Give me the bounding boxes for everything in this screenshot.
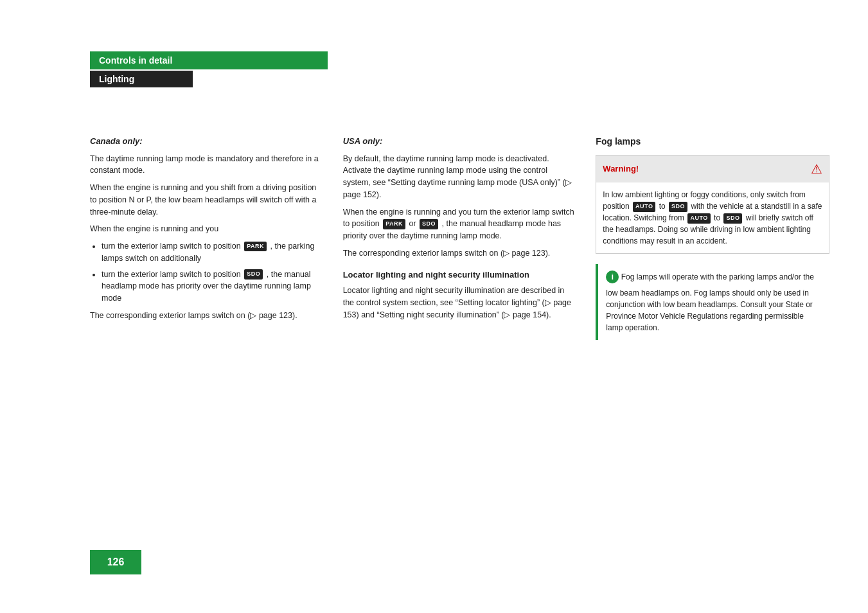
canada-para3: When the engine is running and you <box>90 223 324 235</box>
usa-para1: By default, the daytime running lamp mod… <box>343 153 577 201</box>
warning-triangle-icon: ⚠ <box>811 159 822 179</box>
controls-in-detail-label: Controls in detail <box>90 51 328 69</box>
park-icon-badge-1: PARK <box>244 242 267 252</box>
sdo-icon-badge-1: SDO <box>244 269 263 280</box>
canada-bullet2-pre: turn the exterior lamp switch to positio… <box>102 270 241 279</box>
locator-lighting-subheading: Locator lighting and night security illu… <box>343 269 577 281</box>
canada-bullet1: turn the exterior lamp switch to positio… <box>102 240 324 265</box>
canada-column: Canada only: The daytime running lamp mo… <box>90 135 324 340</box>
park-icon-badge-2: PARK <box>383 219 405 229</box>
sdo-icon-badge-2: SDO <box>420 219 438 229</box>
info-icon: i <box>606 271 619 283</box>
usa-column: USA only: By default, the daytime runnin… <box>343 135 577 340</box>
usa-para2-mid: or <box>409 219 416 228</box>
usa-para4: Locator lighting and night security illu… <box>343 285 577 321</box>
fog-lamps-column: Fog lamps Warning! ⚠ In low ambient ligh… <box>596 135 829 340</box>
canada-bullet1-pre: turn the exterior lamp switch to positio… <box>102 242 241 251</box>
canada-para2: When the engine is running and you shift… <box>90 182 324 218</box>
info-box: i Fog lamps will operate with the parkin… <box>596 264 829 340</box>
sdo-icon-badge-warning2: SDO <box>723 213 742 224</box>
usa-section-title: USA only: <box>343 135 577 148</box>
canada-bullet2: turn the exterior lamp switch to positio… <box>102 269 324 305</box>
info-text: Fog lamps will operate with the parking … <box>606 272 814 332</box>
header: Controls in detail Lighting <box>90 51 347 87</box>
warning-header: Warning! ⚠ <box>596 155 829 182</box>
warning-body: In low ambient lighting or foggy conditi… <box>596 182 829 253</box>
fog-lamps-title: Fog lamps <box>596 135 829 148</box>
usa-para3: The corresponding exterior lamps switch … <box>343 247 577 260</box>
canada-section-title: Canada only: <box>90 135 324 148</box>
warning-title: Warning! <box>603 163 639 175</box>
canada-sub-para: The corresponding exterior lamps switch … <box>90 310 324 322</box>
auto-icon-badge-2: AUTO <box>687 213 710 224</box>
auto-icon-badge: AUTO <box>633 202 655 212</box>
warning-box: Warning! ⚠ In low ambient lighting or fo… <box>596 155 829 254</box>
sdo-icon-badge-warning: SDO <box>669 202 687 212</box>
content-columns: Canada only: The daytime running lamp mo… <box>90 135 829 340</box>
canada-bullets: turn the exterior lamp switch to positio… <box>102 240 324 305</box>
page-number: 126 <box>90 550 141 574</box>
lighting-label: Lighting <box>90 71 193 87</box>
page: Controls in detail Lighting Canada only:… <box>0 0 868 613</box>
usa-para2: When the engine is running and you turn … <box>343 206 577 242</box>
canada-para1: The daytime running lamp mode is mandato… <box>90 153 324 177</box>
